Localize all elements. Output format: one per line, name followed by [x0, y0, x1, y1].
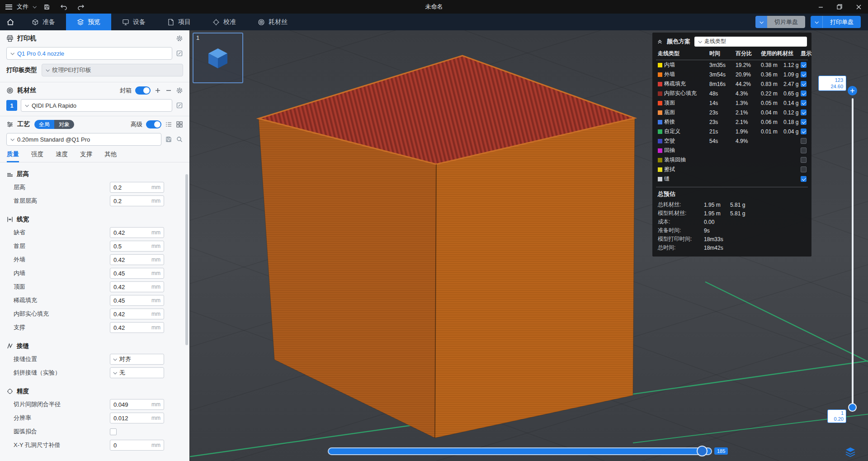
- show-checkbox[interactable]: [801, 62, 807, 68]
- settings-scroll-area[interactable]: 层高 层高 0.2 mm 首层层高 0.2 mm 线宽 缺省 0.42: [0, 162, 189, 452]
- show-checkbox[interactable]: [801, 157, 807, 163]
- show-checkbox[interactable]: [801, 147, 807, 153]
- scope-object-option[interactable]: 对象: [54, 120, 74, 129]
- parameter-list-icon[interactable]: [165, 121, 172, 128]
- printer-select[interactable]: Q1 Pro 0.4 nozzle: [6, 47, 172, 60]
- setting-row: 支撑 0.42 mm: [0, 321, 189, 334]
- file-menu-chevron-icon[interactable]: [33, 5, 36, 8]
- step-slider-thumb[interactable]: [697, 446, 708, 456]
- line-type-swatch: [658, 167, 662, 172]
- legend-row: 自定义 21s 1.9% 0.01 m 0.04 g: [656, 127, 808, 136]
- add-filament-icon[interactable]: [154, 87, 161, 94]
- plate-thumbnail[interactable]: 1: [193, 33, 243, 83]
- remove-filament-icon[interactable]: [165, 87, 172, 94]
- internal-solid-infill-line-width-input[interactable]: 0.42 mm: [110, 309, 164, 319]
- scarf-seam-select[interactable]: 无: [110, 367, 164, 378]
- printer-settings-gear-icon[interactable]: [176, 35, 183, 42]
- collapse-panel-icon[interactable]: [657, 38, 663, 44]
- tab-prepare[interactable]: 准备: [21, 14, 66, 30]
- xy-hole-compensation-input[interactable]: 0 mm: [110, 440, 164, 451]
- first-layer-height-input[interactable]: 0.2 mm: [110, 195, 164, 206]
- show-checkbox[interactable]: [801, 128, 807, 134]
- tab-project[interactable]: 项目: [156, 14, 202, 30]
- support-line-width-input[interactable]: 0.42 mm: [110, 322, 164, 333]
- legend-row: 稀疏填充 8m16s 44.2% 0.83 m 2.47 g: [656, 79, 808, 89]
- default-line-width-input[interactable]: 0.42 mm: [110, 227, 164, 238]
- total-row: 准备时间: 9s: [656, 226, 808, 235]
- filament-settings-gear-icon[interactable]: [176, 87, 183, 94]
- scope-switch[interactable]: 全局 对象: [34, 120, 74, 129]
- edit-filament-icon[interactable]: [176, 102, 183, 109]
- setting-row: 圆弧拟合: [0, 425, 189, 438]
- legend-row: 回抽: [656, 146, 808, 155]
- tab-speed[interactable]: 速度: [56, 146, 68, 162]
- tab-quality[interactable]: 质量: [7, 146, 19, 162]
- step-slider-track[interactable]: [329, 448, 711, 454]
- total-row: 总耗材丝: 1.95 m 5.81 g: [656, 200, 808, 209]
- tab-filament[interactable]: 耗材丝: [247, 14, 298, 30]
- settings-scrollbar[interactable]: [185, 174, 188, 345]
- layer-height-input[interactable]: 0.2 mm: [110, 182, 164, 193]
- show-checkbox[interactable]: [801, 81, 807, 87]
- show-checkbox[interactable]: [801, 119, 807, 125]
- show-checkbox[interactable]: [801, 90, 807, 96]
- tab-support[interactable]: 支撑: [80, 146, 92, 162]
- minimize-button[interactable]: [811, 0, 830, 14]
- tab-strength[interactable]: 强度: [31, 146, 43, 162]
- outer-wall-line-width-input[interactable]: 0.42 mm: [110, 254, 164, 265]
- layer-slider-thumb[interactable]: [848, 403, 857, 412]
- layer-slider-plus-button[interactable]: [848, 86, 857, 95]
- inner-wall-line-width-input[interactable]: 0.45 mm: [110, 268, 164, 279]
- plate-type-select[interactable]: 纹理PEI打印板: [42, 64, 184, 76]
- tab-device[interactable]: 设备: [111, 14, 156, 30]
- file-menu[interactable]: 文件: [17, 3, 28, 11]
- slice-plate-button[interactable]: 切片单盘: [767, 16, 805, 28]
- resolution-input[interactable]: 0.012 mm: [110, 413, 164, 423]
- box-toggle[interactable]: [135, 86, 151, 95]
- show-checkbox[interactable]: [801, 176, 807, 182]
- print-options-dropdown[interactable]: [811, 16, 822, 28]
- show-checkbox[interactable]: [801, 71, 807, 77]
- redo-button[interactable]: [75, 1, 87, 12]
- seam-position-select[interactable]: 对齐: [110, 354, 164, 365]
- advanced-toggle[interactable]: [146, 120, 161, 128]
- save-button[interactable]: [40, 1, 53, 12]
- undo-button[interactable]: [57, 1, 70, 12]
- sparse-infill-line-width-input[interactable]: 0.45 mm: [110, 295, 164, 306]
- layers-view-icon[interactable]: [844, 445, 857, 459]
- viewport-3d[interactable]: 1 颜色方案 走线类型 走线类型 时间 百分比 使用的耗材丝 显示: [190, 30, 868, 461]
- edit-printer-icon[interactable]: [176, 50, 183, 57]
- slice-options-dropdown[interactable]: [755, 16, 767, 28]
- slice-gap-closing-radius-input[interactable]: 0.049 mm: [110, 399, 164, 410]
- seam-icon: [6, 342, 14, 350]
- search-preset-icon[interactable]: [176, 136, 183, 143]
- filament-select[interactable]: QIDI PLA Rapido: [21, 99, 172, 112]
- tab-calibration[interactable]: 校准: [202, 14, 247, 30]
- view-mode-select[interactable]: 走线类型: [694, 37, 807, 47]
- show-checkbox[interactable]: [801, 100, 807, 106]
- close-button[interactable]: [849, 0, 868, 14]
- arc-fitting-checkbox[interactable]: [110, 428, 117, 435]
- process-preset-select[interactable]: 0.20mm Standard @Q1 Pro: [6, 133, 161, 146]
- scope-global-option[interactable]: 全局: [34, 120, 54, 129]
- top-surface-line-width-input[interactable]: 0.42 mm: [110, 281, 164, 292]
- legend-row: 缝: [656, 174, 808, 184]
- line-type-swatch: [658, 101, 662, 105]
- save-preset-icon[interactable]: [165, 136, 172, 143]
- maximize-button[interactable]: [830, 0, 849, 14]
- layer-slider-bottom-value: 1 0.20: [827, 409, 846, 423]
- home-button[interactable]: [0, 14, 21, 30]
- show-checkbox[interactable]: [801, 166, 807, 172]
- first-layer-line-width-input[interactable]: 0.5 mm: [110, 241, 164, 252]
- layer-slider-track[interactable]: [852, 98, 854, 404]
- tab-others[interactable]: 其他: [104, 146, 117, 162]
- show-checkbox[interactable]: [801, 109, 807, 115]
- menu-icon[interactable]: [5, 5, 12, 10]
- tab-preview[interactable]: 预览: [66, 14, 111, 30]
- printer-section-header: 打印机: [0, 30, 189, 47]
- parameter-grid-icon[interactable]: [176, 121, 183, 128]
- show-checkbox[interactable]: [801, 138, 807, 144]
- print-plate-button[interactable]: 打印单盘: [822, 16, 861, 28]
- filament-slot-badge[interactable]: 1: [6, 100, 17, 111]
- total-row: 总时间: 18m42s: [656, 243, 808, 252]
